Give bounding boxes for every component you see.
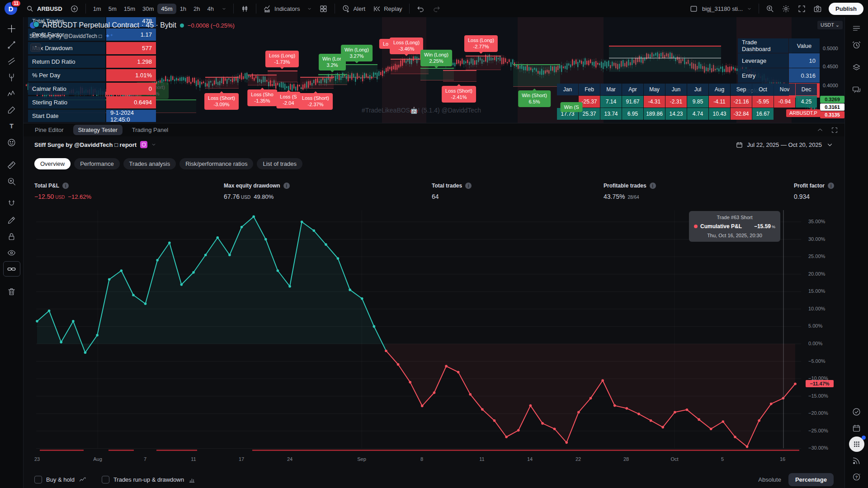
timeframe-5m[interactable]: 5m	[105, 4, 120, 14]
chevron-down-icon	[222, 6, 226, 11]
tab-pine-editor[interactable]: Pine Editor	[30, 125, 69, 135]
broadcast-icon[interactable]	[848, 453, 865, 468]
timeframe-4h[interactable]: 4h	[204, 4, 217, 14]
monthly-cell: -32.84	[731, 108, 752, 120]
stats-label: Calmar Ratio	[28, 83, 105, 95]
calendar-icon[interactable]	[848, 420, 865, 436]
trade-label: Loss (Long)-2.77%	[464, 35, 498, 52]
symbol-header[interactable]: ARBUSDT Perpetual Contract · 45 · Bybit …	[30, 21, 235, 29]
channels-tool[interactable]	[3, 53, 20, 69]
alerts-clock-icon[interactable]	[848, 37, 865, 52]
link-tool[interactable]	[3, 261, 20, 277]
trendline-tool[interactable]	[3, 37, 20, 52]
layers-icon[interactable]	[848, 60, 865, 75]
timeframe-45m[interactable]: 45m	[157, 4, 176, 14]
settings-button[interactable]	[778, 3, 793, 15]
equity-curve-area[interactable]: Trade #63 Short Cumulative P&L −15.59% T…	[24, 210, 844, 454]
subtab-performance[interactable]: Performance	[74, 158, 119, 169]
watchlist-icon[interactable]	[848, 21, 865, 36]
x-axis-label: 22	[570, 456, 586, 462]
stats-value: 1.01%	[106, 69, 156, 81]
text-tool[interactable]: T	[3, 118, 20, 134]
last-value-axis-tag: −11.47%	[806, 380, 834, 387]
user-avatar[interactable]: D 11	[5, 2, 17, 15]
pitchfork-tool[interactable]	[3, 70, 20, 85]
minimize-panel-icon[interactable]	[816, 127, 824, 134]
tooltip-series: Cumulative P&L	[700, 223, 742, 230]
chevron-down-icon	[307, 6, 312, 11]
timeframe-1h[interactable]: 1h	[176, 4, 190, 14]
timeframe-2h[interactable]: 2h	[190, 4, 203, 14]
info-icon[interactable]: i	[283, 183, 290, 189]
x-axis-label: 7	[137, 456, 153, 462]
market-status-icon	[180, 23, 184, 28]
save-layout-button[interactable]	[686, 3, 701, 15]
check-circle-icon[interactable]	[848, 404, 865, 419]
fullscreen-button[interactable]	[794, 3, 809, 15]
absolute-toggle[interactable]: Absolute	[758, 476, 781, 483]
info-icon[interactable]: i	[62, 183, 69, 189]
buy-hold-checkbox[interactable]: Buy & hold	[34, 476, 86, 483]
report-header[interactable]: Stiff Surge by @DaviddTech □ report	[34, 141, 156, 148]
timeframe-menu-button[interactable]	[218, 5, 230, 13]
snapshot-button[interactable]	[810, 3, 825, 15]
brush-tool[interactable]	[3, 102, 20, 117]
timeframe-15m[interactable]: 15m	[120, 4, 139, 14]
info-icon[interactable]: i	[650, 183, 656, 189]
chart-style-button[interactable]	[237, 3, 252, 15]
lock-tool[interactable]	[3, 229, 20, 244]
measure-tool[interactable]	[3, 157, 20, 173]
tab-trading-panel[interactable]: Trading Panel	[127, 125, 173, 135]
chat-icon[interactable]	[848, 82, 865, 98]
symbol-search[interactable]: ARBUSD	[23, 3, 66, 14]
strategy-header[interactable]: Stiff Surge by @DaviddTech □ ✦⁺	[29, 33, 113, 39]
info-icon[interactable]: i	[465, 183, 472, 189]
redo-button[interactable]	[429, 3, 444, 15]
hide-tool[interactable]	[3, 245, 20, 260]
y-axis-label: 20.00%	[808, 271, 825, 277]
edit-tool[interactable]	[3, 212, 20, 228]
indicators-button[interactable]: Indicators	[260, 3, 303, 15]
collapse-legend-button[interactable]: ⌃	[30, 43, 41, 52]
monthly-cell: 14.23	[665, 108, 687, 120]
checkbox-box[interactable]	[34, 476, 42, 483]
replay-button[interactable]: Replay	[369, 3, 405, 15]
monthly-performance-table: JanFebMarAprMayJunJulAugSepOctNovDec-25.…	[557, 84, 817, 120]
runup-drawdown-checkbox[interactable]: Trades run-up & drawdown	[102, 476, 196, 483]
monthly-cell: 6.95	[622, 108, 643, 120]
layout-menu-button[interactable]	[744, 5, 755, 13]
grid-layout-button[interactable]	[316, 3, 331, 15]
publish-button[interactable]: Publish	[829, 3, 863, 15]
stat-label: Profitable tradesi	[604, 183, 656, 189]
tab-strategy-tester[interactable]: Strategy Tester	[73, 125, 123, 135]
timeframe-30m[interactable]: 30m	[139, 4, 157, 14]
pattern-tool[interactable]	[3, 86, 20, 101]
subtab-overview[interactable]: Overview	[34, 158, 71, 169]
undo-button[interactable]	[413, 3, 428, 15]
checkbox-box[interactable]	[102, 476, 109, 483]
info-icon[interactable]: i	[828, 183, 834, 189]
maximize-panel-icon[interactable]	[831, 127, 838, 134]
delete-tool[interactable]	[3, 284, 20, 299]
report-calendar-icon[interactable]	[140, 141, 147, 148]
subtab-risk-performance-ratios[interactable]: Risk/performance ratios	[179, 158, 253, 169]
subtab-list-of-trades[interactable]: List of trades	[257, 158, 302, 169]
crosshair-tool[interactable]	[3, 21, 20, 36]
date-range-picker[interactable]: Jul 22, 2025 — Oct 20, 2025	[736, 141, 834, 149]
percentage-toggle[interactable]: Percentage	[788, 473, 834, 486]
help-icon[interactable]: ?	[848, 469, 865, 484]
compare-add-button[interactable]	[67, 3, 82, 15]
month-header: Apr	[622, 84, 643, 95]
chevron-down-icon[interactable]	[151, 142, 156, 147]
subtab-trades-analysis[interactable]: Trades analysis	[123, 158, 176, 169]
timeframe-1m[interactable]: 1m	[90, 4, 105, 14]
alert-button[interactable]: Alert	[339, 3, 368, 15]
zoom-tool[interactable]	[3, 174, 20, 189]
indicator-templates-button[interactable]	[304, 5, 315, 13]
emoji-tool[interactable]	[3, 135, 20, 150]
magnet-tool[interactable]	[3, 196, 20, 211]
quick-search-button[interactable]	[763, 3, 778, 15]
currency-toggle-button[interactable]: USDT ⌄	[817, 21, 843, 29]
layout-name[interactable]: bigj_31180 sti...	[702, 5, 743, 12]
price-chart-pane[interactable]: Total Trades478Profit Factor1.17Max Draw…	[24, 17, 844, 123]
